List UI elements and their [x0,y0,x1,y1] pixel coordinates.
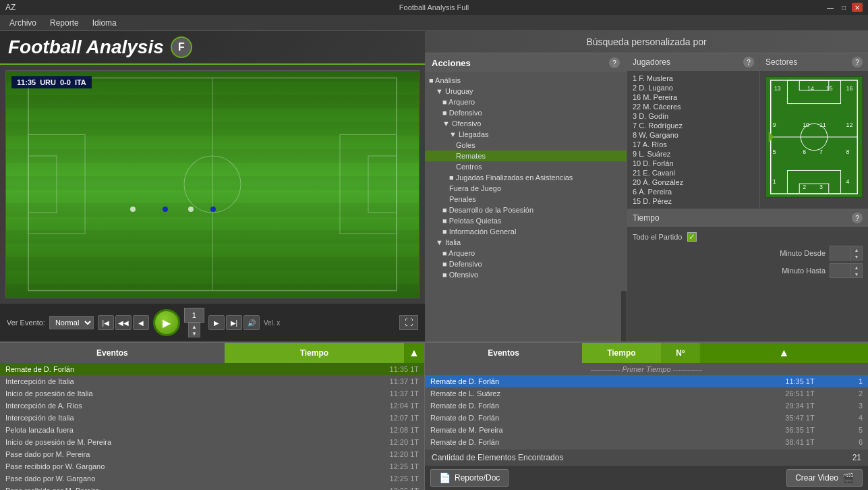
tree-item[interactable]: Fuera de Juego [425,183,627,194]
player-item[interactable]: 6 Á. Pereira [633,187,754,196]
event-row[interactable]: Pelota lanzada fuera 12:08 1T [0,424,424,436]
acciones-tree-scroll[interactable]: ■ Análisis ▼ Uruguay ■ Arquero ■ Defensi… [425,75,627,291]
tree-item[interactable]: ■ Arquero [425,97,627,107]
close-button[interactable]: ✕ [852,3,863,12]
play-button[interactable]: ▶ [153,309,180,336]
maximize-button[interactable]: □ [838,3,849,12]
event-row[interactable]: Pase recibido por M. Pereira 12:26 1T [0,485,424,490]
event-name: Pase recibido por M. Pereira [5,487,99,490]
minuto-hasta-input[interactable]: ▲ ▼ [830,263,863,278]
acciones-help[interactable]: ? [609,57,620,68]
menu-idioma[interactable]: Idioma [86,16,123,30]
svg-text:3: 3 [819,184,823,190]
right-events-list[interactable]: ------------ Primer Tiempo ------------ … [425,363,868,449]
rev-event-row[interactable]: Remate de L. Suárez 26:51 1T 2 [425,387,868,400]
player-item[interactable]: 17 A. Ríos [633,140,754,149]
player-item[interactable]: 16 M. Pereira [633,92,754,102]
player-item[interactable]: 2 D. Lugano [633,83,754,92]
tree-item[interactable]: ■ Arquero [425,248,627,258]
step-back-button[interactable]: ◀ [133,315,149,330]
rev-event-row[interactable]: Remate de M. Pereira 36:35 1T 5 [425,424,868,436]
minuto-hasta-up[interactable]: ▲ [851,264,862,271]
tree-item[interactable]: ▼ Llegadas [425,129,627,140]
menu-reporte[interactable]: Reporte [43,16,86,30]
step-forward-button[interactable]: ▶ [208,315,225,330]
sectores-title: Sectores [765,57,797,67]
jugadores-title: Jugadores [633,57,670,67]
event-name: Pase recibido por W. Gargano [5,462,105,470]
football-field[interactable]: 13 14 15 16 9 10 11 12 5 6 [765,76,863,198]
event-name: Intercepción de Italia [5,377,74,385]
right-side-panels: Jugadores ? 1 F. Muslera 2 D. Lugano 16 … [627,53,868,342]
video-area: 11:35 URU 0-0 ITA [5,70,419,298]
tree-item[interactable]: ▼ Italia [425,237,627,248]
rev-event-row[interactable]: Remate de D. Forlán 35:47 1T 4 [425,412,868,424]
player-item[interactable]: 3 D. Godín [633,111,754,121]
tree-item[interactable]: Goles [425,140,627,151]
event-row[interactable]: Pase recibido por W. Gargano 12:25 1T [0,460,424,472]
event-row[interactable]: Inicio de posesión de Italia 11:37 1T [0,387,424,400]
jugadores-list[interactable]: 1 F. Muslera 2 D. Lugano 16 M. Pereira 2… [627,71,759,209]
search-header: Búsqueda personalizada por [425,31,868,53]
tree-item[interactable]: ■ Defensivo [425,258,627,269]
player-item[interactable]: 21 E. Cavani [633,168,754,178]
jugadores-help[interactable]: ? [743,57,754,67]
tree-item[interactable]: Centros [425,161,627,172]
event-row[interactable]: Pase dado por W. Gargano 12:25 1T [0,472,424,485]
number-up[interactable]: ▲ [189,323,200,330]
player-item[interactable]: 15 D. Pérez [633,196,754,206]
svg-text:12: 12 [846,121,852,128]
tiempo-help[interactable]: ? [852,213,863,223]
event-row[interactable]: Pase dado por M. Pereira 12:20 1T [0,448,424,460]
reporte-doc-button[interactable]: 📄 Reporte/Doc [430,469,509,487]
event-row[interactable]: Intercepción de A. Ríos 12:04 1T [0,400,424,412]
event-row[interactable]: Remate de D. Forlán 11:35 1T [0,363,424,375]
tree-item[interactable]: ■ Defensivo [425,107,627,118]
menu-archivo[interactable]: Archivo [3,16,43,30]
minimize-button[interactable]: — [825,3,836,12]
tree-item[interactable]: Penales [425,194,627,205]
prev-frame-button[interactable]: ◀◀ [115,315,132,330]
player-item[interactable]: 1 F. Muslera [633,74,754,83]
rev-event-row[interactable]: Remate de D. Forlán 11:35 1T 1 [425,375,868,387]
tree-item[interactable]: ■ Pelotas Quietas [425,215,627,226]
player-item[interactable]: 7 C. Rodríguez [633,121,754,130]
left-events-list[interactable]: Remate de D. Forlán 11:35 1T Intercepció… [0,363,424,490]
sectores-help[interactable]: ? [852,57,863,67]
prev-start-button[interactable]: |◀ [98,315,114,330]
rev-event-row[interactable]: Remate de D. Forlán 38:41 1T 6 [425,436,868,448]
event-row[interactable]: Inicio de posesión de M. Pereira 12:20 1… [0,436,424,448]
minuto-desde-up[interactable]: ▲ [851,246,862,253]
tree-item[interactable]: ■ Ofensivo [425,269,627,280]
minuto-desde-input[interactable]: ▲ ▼ [830,246,863,261]
event-name: Intercepción de A. Ríos [5,402,82,410]
tree-item[interactable]: ■ Desarrollo de la Posesión [425,205,627,215]
player-item[interactable]: 22 M. Cáceres [633,102,754,111]
rev-event-row[interactable]: Remate de D. Forlán 29:34 1T 3 [425,400,868,412]
tree-item[interactable]: ■ Jugadas Finalizadas en Asistencias [425,172,627,183]
fullscreen-button[interactable]: ⛶ [399,315,418,330]
todo-partido-checkbox[interactable]: ✓ [687,232,697,242]
ver-evento-select[interactable]: Normal Lento Rápido [49,316,94,329]
next-end-button[interactable]: ▶| [226,315,242,330]
minuto-hasta-down[interactable]: ▼ [851,271,862,277]
tree-item[interactable]: ▼ Ofensivo [425,118,627,129]
tree-item[interactable]: ■ Análisis [425,75,627,86]
menubar: Archivo Reporte Idioma [0,15,868,31]
app-header: Football Analysis F [0,31,425,65]
tree-item[interactable]: ■ Información General [425,226,627,237]
event-row[interactable]: Intercepción de Italia 12:07 1T [0,412,424,424]
crear-video-button[interactable]: Crear Video 🎬 [786,469,863,487]
tree-item-remates[interactable]: Remates [425,151,627,161]
player-item[interactable]: 20 Á. González [633,178,754,187]
svg-text:8: 8 [846,148,849,155]
volume-button[interactable]: 🔊 [243,315,260,330]
tree-item[interactable]: ▼ Uruguay [425,86,627,97]
player-item[interactable]: 9 L. Suárez [633,149,754,159]
minuto-desde-down[interactable]: ▼ [851,253,862,260]
svg-rect-6 [368,156,397,213]
number-down[interactable]: ▼ [189,330,200,337]
player-item[interactable]: 10 D. Forlán [633,159,754,168]
player-item[interactable]: 8 W. Gargano [633,130,754,140]
event-row[interactable]: Intercepción de Italia 11:37 1T [0,375,424,387]
